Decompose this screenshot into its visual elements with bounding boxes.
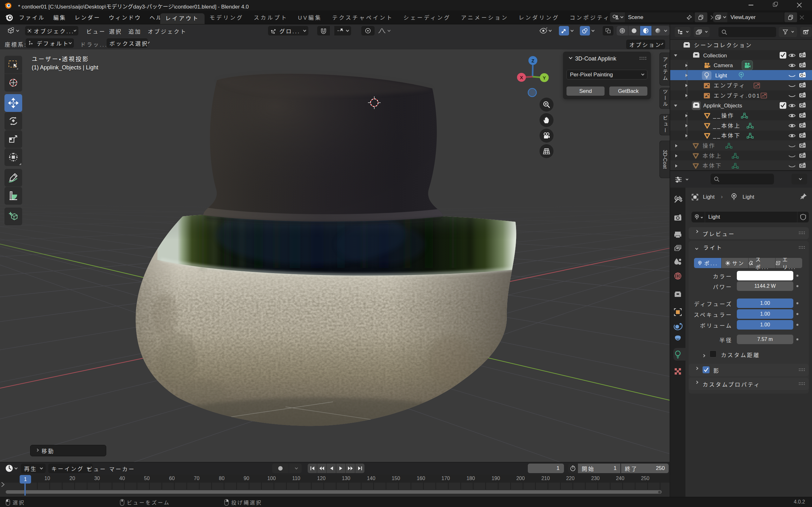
svg-text:本体上: 本体上 — [703, 153, 722, 159]
svg-text:__本体上: __本体上 — [713, 123, 741, 129]
svg-text:エンプティ: エンプティ — [714, 83, 746, 89]
svg-text:Camera: Camera — [714, 62, 733, 68]
svg-text:エンプティ.001: エンプティ.001 — [714, 93, 761, 99]
svg-text:X: X — [520, 75, 523, 80]
svg-text:Applink_Objects: Applink_Objects — [703, 103, 742, 109]
svg-text:シーンコレクション: シーンコレクション — [694, 43, 752, 49]
svg-text:Z: Z — [531, 58, 534, 63]
svg-text:操作: 操作 — [703, 143, 716, 149]
svg-text:本体下: 本体下 — [703, 163, 722, 169]
svg-text:Collection: Collection — [703, 53, 727, 59]
svg-text:__操作: __操作 — [713, 113, 734, 119]
svg-text:Y: Y — [543, 75, 546, 80]
svg-text:__本体下: __本体下 — [713, 133, 741, 139]
svg-text:Light: Light — [715, 72, 727, 78]
